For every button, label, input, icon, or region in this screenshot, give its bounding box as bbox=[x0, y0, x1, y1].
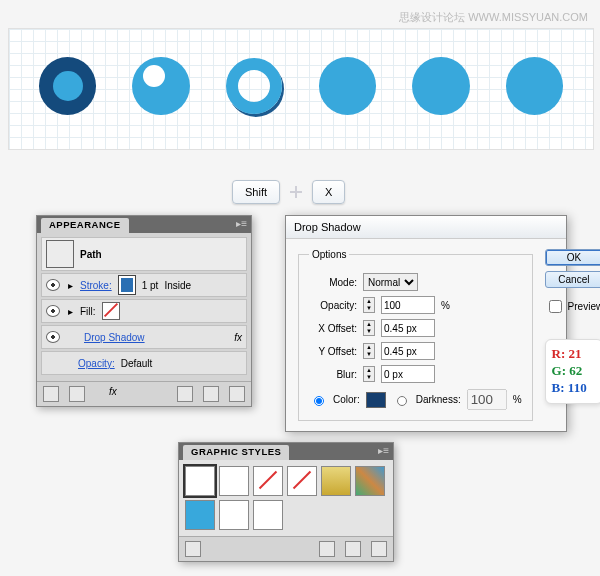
mode-label: Mode: bbox=[309, 277, 357, 288]
color-label: Color: bbox=[333, 394, 360, 405]
add-effect-icon[interactable]: fx bbox=[109, 386, 117, 402]
fx-icon[interactable]: fx bbox=[234, 332, 242, 343]
style-outline[interactable] bbox=[219, 500, 249, 530]
stroke-weight: 1 pt bbox=[142, 280, 159, 291]
spinner[interactable]: ▲▼ bbox=[363, 320, 375, 336]
yoffset-label: Y Offset: bbox=[309, 346, 357, 357]
rgb-r: R: 21 bbox=[552, 346, 597, 363]
spinner[interactable]: ▲▼ bbox=[363, 297, 375, 313]
xoffset-input[interactable] bbox=[381, 319, 435, 337]
disclosure-icon[interactable]: ▸ bbox=[66, 281, 74, 289]
library-menu-icon[interactable] bbox=[185, 541, 201, 557]
visibility-icon[interactable] bbox=[46, 305, 60, 317]
effect-row[interactable]: Drop Shadow fx bbox=[41, 325, 247, 349]
style-gold[interactable] bbox=[321, 466, 351, 496]
circle-open-ring bbox=[226, 57, 283, 115]
visibility-icon[interactable] bbox=[46, 279, 60, 291]
stroke-layer-icon[interactable] bbox=[69, 386, 85, 402]
mode-select[interactable]: Normal bbox=[363, 273, 418, 291]
trash-icon[interactable] bbox=[229, 386, 245, 402]
new-style-icon[interactable] bbox=[345, 541, 361, 557]
xoffset-label: X Offset: bbox=[309, 323, 357, 334]
opacity-row[interactable]: Opacity: Default bbox=[41, 351, 247, 375]
appearance-tab[interactable]: APPEARANCE bbox=[41, 218, 129, 233]
disclosure-icon[interactable]: ▸ bbox=[66, 307, 74, 315]
spinner[interactable]: ▲▼ bbox=[363, 343, 375, 359]
style-none[interactable] bbox=[287, 466, 317, 496]
circle-flat bbox=[319, 57, 376, 115]
ok-button[interactable]: OK bbox=[545, 249, 600, 266]
effect-link[interactable]: Drop Shadow bbox=[84, 332, 145, 343]
darkness-radio[interactable] bbox=[397, 396, 407, 406]
circle-flat bbox=[412, 57, 469, 115]
shift-key: Shift bbox=[232, 180, 280, 204]
darkness-input bbox=[467, 389, 507, 410]
shortcut-hint: Shift X bbox=[232, 180, 345, 204]
spinner[interactable]: ▲▼ bbox=[363, 366, 375, 382]
stroke-align: Inside bbox=[164, 280, 191, 291]
opacity-value: Default bbox=[121, 358, 153, 369]
object-type: Path bbox=[80, 249, 102, 260]
style-foliage[interactable] bbox=[355, 466, 385, 496]
trash-icon[interactable] bbox=[371, 541, 387, 557]
fill-row[interactable]: ▸ Fill: bbox=[41, 299, 247, 323]
style-blank[interactable] bbox=[219, 466, 249, 496]
fill-swatch-none[interactable] bbox=[102, 302, 120, 320]
watermark: 思缘设计论坛 WWW.MISSYUAN.COM bbox=[399, 10, 588, 25]
target-row[interactable]: Path bbox=[41, 237, 247, 271]
blur-input[interactable] bbox=[381, 365, 435, 383]
style-none[interactable] bbox=[253, 466, 283, 496]
dialog-title: Drop Shadow bbox=[286, 216, 566, 239]
stroke-row[interactable]: ▸ Stroke: 1 pt Inside bbox=[41, 273, 247, 297]
panel-menu-icon[interactable]: ▸≡ bbox=[236, 218, 247, 229]
circle-flat bbox=[506, 57, 563, 115]
preview-checkbox[interactable] bbox=[549, 300, 562, 313]
graphic-styles-tab[interactable]: GRAPHIC STYLES bbox=[183, 445, 289, 460]
style-blue[interactable] bbox=[185, 500, 215, 530]
clear-icon[interactable] bbox=[177, 386, 193, 402]
darkness-label: Darkness: bbox=[416, 394, 461, 405]
circle-samples bbox=[9, 29, 593, 143]
drop-shadow-dialog: Drop Shadow Options Mode: Normal Opacity… bbox=[285, 215, 567, 432]
plus-icon bbox=[288, 184, 304, 200]
thumbnail-swatch bbox=[46, 240, 74, 268]
style-outline[interactable] bbox=[253, 500, 283, 530]
rgb-annotation: R: 21 G: 62 B: 110 bbox=[545, 339, 600, 404]
opacity-input[interactable] bbox=[381, 296, 435, 314]
stroke-swatch[interactable] bbox=[118, 276, 136, 294]
break-link-icon[interactable] bbox=[319, 541, 335, 557]
rgb-b: B: 110 bbox=[552, 380, 597, 397]
cancel-button[interactable]: Cancel bbox=[545, 271, 600, 288]
x-key: X bbox=[312, 180, 345, 204]
color-swatch[interactable] bbox=[366, 392, 386, 408]
blur-label: Blur: bbox=[309, 369, 357, 380]
graphic-styles-footer bbox=[179, 536, 393, 561]
color-radio[interactable] bbox=[314, 396, 324, 406]
yoffset-input[interactable] bbox=[381, 342, 435, 360]
percent-label: % bbox=[513, 394, 522, 405]
options-group: Options Mode: Normal Opacity: ▲▼ % X Off… bbox=[298, 249, 533, 421]
canvas-grid bbox=[8, 28, 594, 150]
fill-label: Fill: bbox=[80, 306, 96, 317]
circle-highlight bbox=[132, 57, 189, 115]
duplicate-icon[interactable] bbox=[203, 386, 219, 402]
circle-ring-dark bbox=[39, 57, 96, 115]
opacity-link[interactable]: Opacity: bbox=[78, 358, 115, 369]
group-label: Options bbox=[309, 249, 349, 260]
opacity-label: Opacity: bbox=[309, 300, 357, 311]
preview-label: Preview bbox=[568, 301, 600, 312]
graphic-styles-panel: GRAPHIC STYLES ▸≡ bbox=[178, 442, 394, 562]
appearance-footer: fx bbox=[37, 381, 251, 406]
style-default[interactable] bbox=[185, 466, 215, 496]
appearance-panel: APPEARANCE ▸≡ Path ▸ Stroke: 1 pt Inside… bbox=[36, 215, 252, 407]
panel-menu-icon[interactable]: ▸≡ bbox=[378, 445, 389, 456]
stroke-link[interactable]: Stroke: bbox=[80, 280, 112, 291]
rgb-g: G: 62 bbox=[552, 363, 597, 380]
percent-label: % bbox=[441, 300, 450, 311]
visibility-icon[interactable] bbox=[46, 331, 60, 343]
new-art-toggle[interactable] bbox=[43, 386, 59, 402]
